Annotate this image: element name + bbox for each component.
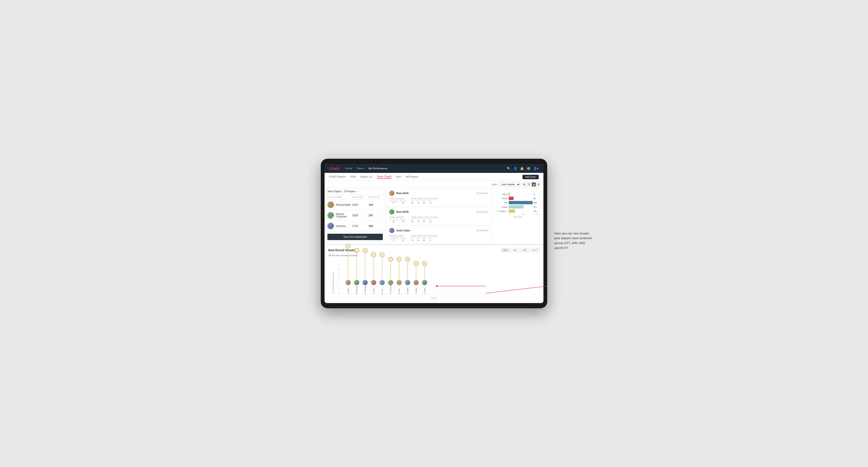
putt-label: PUTT (428, 238, 432, 239)
subnav-hcaps[interactable]: Hcaps 1-5 (361, 175, 372, 179)
app-label: APP (416, 219, 420, 220)
avatar: 2 (328, 212, 334, 219)
bar-bogeys (509, 205, 524, 209)
bar-birdies (509, 197, 514, 200)
bar-dbogeys (509, 210, 515, 213)
grid-view-button[interactable]: ⊞ (522, 182, 526, 187)
streak-bubble: 5x (371, 252, 376, 257)
filter-arg[interactable]: ARG (520, 248, 529, 252)
rank-badge: 3 (332, 227, 334, 229)
period-select[interactable]: Last 3 months (499, 182, 520, 187)
streak-player-avatar (397, 280, 402, 285)
settings-view-button[interactable]: ⚙ (536, 182, 540, 187)
streak-bubble: 3x (422, 261, 427, 266)
streak-bubble: 3x (414, 261, 418, 266)
ott-label: OTT (411, 219, 414, 220)
bottom-section: Best Round Streaks ← OTT APP ARG PUTT Of… (324, 244, 544, 303)
player-info: 2 Edward Crossman (328, 212, 352, 219)
player-card-header: Josh Coles 26 Aug 2023 (389, 228, 488, 233)
profile-icon[interactable]: 👤▾ (533, 167, 539, 170)
activities-sub: OTT 0 APP 0 ARG (411, 219, 437, 223)
user-icon[interactable]: 👤 (514, 167, 517, 170)
player-name: Edward Crossman (336, 213, 352, 218)
practice-activities-label: Total Practice Activities (411, 235, 437, 237)
chart-row-eagles: Eagles 3 (496, 192, 539, 196)
nav-teams[interactable]: Teams (356, 167, 364, 170)
ott-value: 0 (412, 239, 413, 242)
filter-ott[interactable]: OTT (501, 248, 510, 252)
activities-sub: OTT 0 APP 0 ARG (411, 200, 437, 204)
streak-bar-col: 6xB. McHarg (354, 248, 359, 294)
streak-line (348, 248, 348, 279)
add-team-button[interactable]: Add Team (522, 175, 539, 179)
streak-player-avatar (346, 280, 351, 285)
subnav-pga[interactable]: PGA (350, 175, 356, 179)
subnav-team-clippd[interactable]: Team Clippd (377, 175, 391, 179)
card-date: 02 Sep 2023 (476, 211, 488, 213)
y-axis-container: Best Streak, Fairway Accuracy (328, 259, 338, 303)
practice-value: 6 (403, 202, 404, 204)
streak-player-name: C. Quick (424, 286, 426, 294)
streak-bubble: 6x (363, 248, 368, 253)
player-count-value: 14 Players (344, 190, 355, 193)
streak-bubble: 5x (380, 252, 384, 257)
edit-icon[interactable]: ✏ (356, 190, 358, 193)
streak-bar-col: 6xD. Billingham (363, 248, 368, 294)
tournament-value: 8 (393, 220, 394, 223)
content-area: Show Last 3 months ⊞ ☰ ▦ ⚙ (324, 181, 544, 303)
streak-bubble: 6x (354, 248, 359, 253)
subnav-tour[interactable]: Tour (396, 175, 401, 179)
total-rounds-label: Total Rounds (389, 235, 406, 237)
card-view-button[interactable]: ▦ (532, 182, 536, 187)
rank-badge: 2 (332, 216, 334, 219)
player-info: 3 Cameron... (328, 223, 352, 229)
ott-value: 0 (412, 220, 413, 223)
card-date: 02 Sep 2023 (476, 192, 488, 194)
y-ticks: 7 6 5 4 3 2 1 0 (338, 259, 342, 294)
rank-badge: 1 (332, 206, 334, 208)
annotation-line4: and PUTT. (554, 246, 569, 250)
search-icon[interactable]: 🔍 (507, 167, 511, 170)
pars-value: 499 (533, 201, 539, 204)
chart-row-bogeys: Bogeys 311 (496, 205, 539, 209)
streak-player-avatar (354, 280, 359, 285)
list-view-button[interactable]: ☰ (527, 182, 531, 187)
tournament-value: 7 (393, 202, 394, 204)
bell-icon[interactable]: 🔔 (520, 167, 524, 170)
player-row[interactable]: 3 Cameron... 17/20 103 (324, 221, 385, 231)
pars-label: Pars (496, 201, 508, 204)
chart-row-birdies: Birdies 96 (496, 197, 539, 200)
bar-eagles (509, 192, 509, 196)
subnav-all-players[interactable]: All Players (406, 175, 418, 179)
ott-label: OTT (411, 200, 414, 202)
subnav-pgat[interactable]: PGAT Players (329, 175, 346, 179)
settings-icon[interactable]: ⚙️ (527, 167, 530, 170)
player-name: Cameron... (336, 225, 347, 227)
streak-bubble: 4x (397, 257, 401, 261)
streak-bubble: 4x (405, 257, 410, 261)
practice-item: Practice 2 (400, 238, 406, 242)
title-text: Best Round Streaks (328, 249, 355, 252)
app-item: APP 0 (416, 200, 420, 204)
player-row[interactable]: 2 Edward Crossman 18/20 107 (324, 210, 385, 221)
y-tick-4: 4 (339, 273, 341, 275)
app-item: APP 0 (416, 238, 420, 242)
players-list-panel: Team Clippd | 14 Players ✏ PLAYER NAME P… (324, 188, 386, 244)
chart-axis: 0 200 400 (496, 214, 539, 215)
nav-home[interactable]: Home (345, 167, 352, 170)
view-leaderboard-button[interactable]: View Full Leaderboard (328, 234, 383, 240)
filter-putt[interactable]: PUTT (530, 248, 540, 252)
player-table-header: PLAYER NAME PB SCORE PB AVG SQ (324, 195, 385, 199)
y-tick-7: 7 (339, 259, 341, 261)
player-count: | (342, 190, 343, 193)
chart-container: Eagles 3 Birdies (494, 191, 541, 220)
app-item: APP 0 (416, 219, 420, 223)
filter-app[interactable]: APP (511, 248, 519, 252)
nav-my-performance[interactable]: My Performance (368, 167, 388, 170)
avatar: 3 (328, 223, 334, 229)
streak-bar-col: 5xJ. Coles (371, 248, 376, 294)
show-row: Show Last 3 months ⊞ ☰ ▦ ⚙ (324, 181, 544, 188)
streak-bar-col: 5xR. Britt (379, 248, 385, 294)
player-row[interactable]: 1 Richard Butler 19/20 110 (324, 199, 385, 210)
app-value: 0 (418, 220, 419, 223)
